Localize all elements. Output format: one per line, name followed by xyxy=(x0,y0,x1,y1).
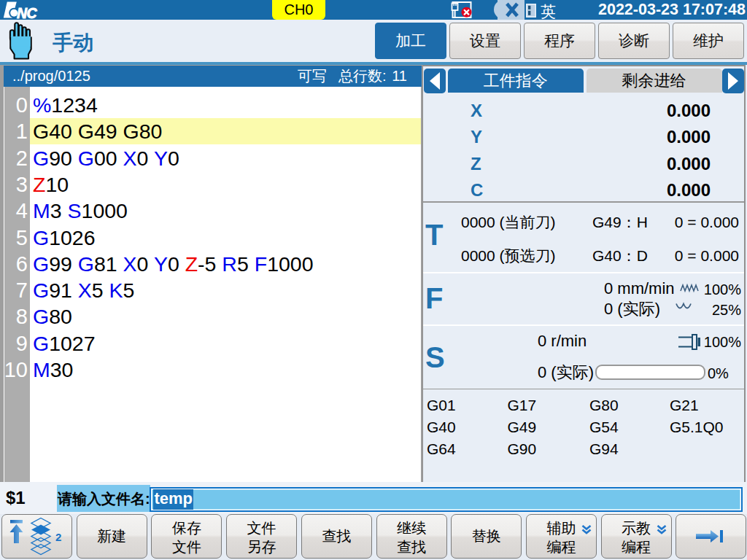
svg-text:NC: NC xyxy=(17,5,38,19)
svg-text:2: 2 xyxy=(55,531,61,543)
